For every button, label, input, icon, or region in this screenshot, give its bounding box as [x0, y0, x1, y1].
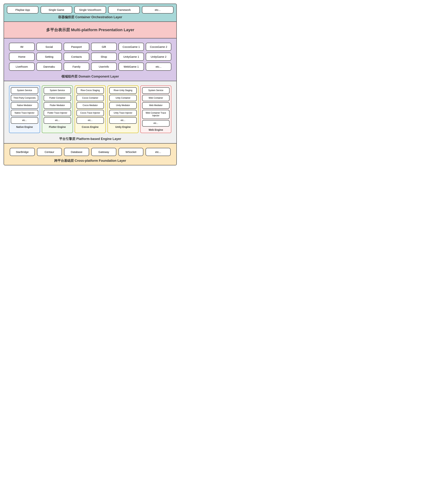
domain-etc: etc... — [146, 63, 171, 71]
cocos-etc: etc... — [76, 117, 104, 124]
engine-layer: System Service Third Party Componets Nat… — [4, 81, 176, 143]
domain-home: Home — [9, 53, 35, 61]
web-mediator: Web Mediator — [142, 102, 169, 109]
web-system-service: System Service — [142, 87, 169, 94]
domain-webgame1: WebGame 1 — [119, 63, 144, 71]
container-orch-label: 容器编排层 Container Orchestration Layer — [7, 15, 174, 19]
etc-box-orch: etc... — [142, 6, 174, 14]
native-third-party: Third Party Componets — [11, 95, 38, 101]
web-engine-label: Web Engine — [142, 128, 169, 131]
domain-unitygame2: UnityGame 2 — [146, 53, 171, 61]
cocos-trace-injector: Cocos Trace Injector — [76, 110, 104, 116]
flutter-etc: etc... — [44, 117, 71, 124]
domain-liveroom: LiveRoom — [9, 63, 35, 71]
single-game-box: Single Game — [40, 6, 72, 14]
domain-family: Family — [64, 63, 89, 71]
unity-engine-label: Untiy Engine — [109, 126, 137, 128]
native-mediator: Native Mediator — [11, 102, 38, 109]
gateway-box: Gateway — [91, 148, 116, 156]
domain-social: Social — [36, 43, 62, 51]
single-voiceroom-box: Single VoiceRoom — [74, 6, 106, 14]
multiplatform-layer: 多平台表示层 Multi-platform Presentation Layer — [4, 22, 176, 38]
engine-columns: System Service Third Party Componets Nat… — [7, 83, 174, 135]
flutter-engine-label: Flutter Engine — [44, 126, 71, 128]
domain-cocosgame2: CocosGame 2 — [146, 43, 171, 51]
cocos-engine-col: Rive-Cocos Staging Cocos Container Cocos… — [75, 86, 106, 133]
container-orch-boxes: Playbar App Single Game Single VoiceRoom… — [7, 6, 174, 14]
unity-trace-injector: Unity Trace Injector — [109, 110, 137, 116]
framework-box: Framework — [108, 6, 140, 14]
unity-engine-col: River-Unity Staging Unity Container Unit… — [107, 86, 138, 133]
web-engine-col: System Service Web Container Web Mediato… — [140, 86, 171, 133]
multiplatform-label: 多平台表示层 Multi-platform Presentation Layer — [7, 25, 174, 34]
domain-danmaku: Danmaku — [36, 63, 62, 71]
web-container: Web Container — [142, 95, 169, 101]
container-orch-layer: Playbar App Single Game Single VoiceRoom… — [4, 4, 176, 22]
domain-label: 领域组件层 Domain Component Layer — [7, 74, 174, 79]
web-etc: etc... — [142, 120, 169, 127]
starbridge-box: StarBridge — [10, 148, 35, 156]
flutter-system-service: System Service — [44, 87, 71, 94]
cocos-engine-label: Cocos Engine — [76, 126, 104, 128]
playbar-app-box: Playbar App — [7, 6, 38, 14]
domain-layer: IM Social Passport Gift CocosGame 1 Coco… — [4, 38, 176, 81]
native-system-service: System Service — [11, 87, 38, 94]
domain-cocosgame1: CocosGame 1 — [119, 43, 144, 51]
flutter-mediator: Flutter Mediator — [44, 102, 71, 109]
architecture-diagram: Playbar App Single Game Single VoiceRoom… — [4, 4, 177, 165]
foundation-layer: StarBridge Centaur Database Gateway WSoc… — [4, 143, 176, 165]
web-container-trace-injector: Web Container Trace Injector — [142, 110, 169, 119]
database-box: Database — [64, 148, 89, 156]
native-engine-col: System Service Third Party Componets Nat… — [9, 86, 40, 133]
unity-staging: River-Unity Staging — [109, 87, 137, 94]
flutter-trace-injector: Flutter Trace Injector — [44, 110, 71, 116]
unity-etc: etc... — [109, 117, 137, 124]
domain-contacts: Contacts — [64, 53, 89, 61]
native-engine-label: Native Engine — [11, 126, 38, 128]
foundation-row: StarBridge Centaur Database Gateway WSoc… — [7, 146, 174, 157]
foundation-etc-box: etc... — [145, 148, 171, 156]
wsocket-box: WSocket — [119, 148, 144, 156]
native-etc: etc... — [11, 117, 38, 124]
cocos-staging: Rive-Cocos Staging — [76, 87, 104, 94]
centaur-box: Centaur — [37, 148, 62, 156]
domain-passport: Passport — [64, 43, 89, 51]
foundation-label: 跨平台基础层 Cross-platform Foundation Layer — [7, 159, 174, 163]
unity-mediator: Unity Mediator — [109, 102, 137, 109]
cocos-container: Cocos Container — [76, 95, 104, 101]
domain-gift: Gift — [91, 43, 117, 51]
domain-userinfo: UserInfo — [91, 63, 117, 71]
flutter-engine-col: System Service Flutter Container Flutter… — [42, 86, 73, 133]
engine-layer-label: 平台引擎层 Platform-based Engine Layer — [7, 137, 174, 141]
native-trace-injector: Native Trace Injector — [11, 110, 38, 116]
cocos-mediator: Cocos Mediator — [76, 102, 104, 109]
domain-setting: Setting — [36, 53, 62, 61]
domain-grid: IM Social Passport Gift CocosGame 1 Coco… — [7, 40, 174, 73]
domain-shop: Shop — [91, 53, 117, 61]
unity-container: Unity Container — [109, 95, 137, 101]
domain-unitygame1: UnityGame 1 — [119, 53, 144, 61]
flutter-container: Flutter Container — [44, 95, 71, 101]
domain-im: IM — [9, 43, 35, 51]
